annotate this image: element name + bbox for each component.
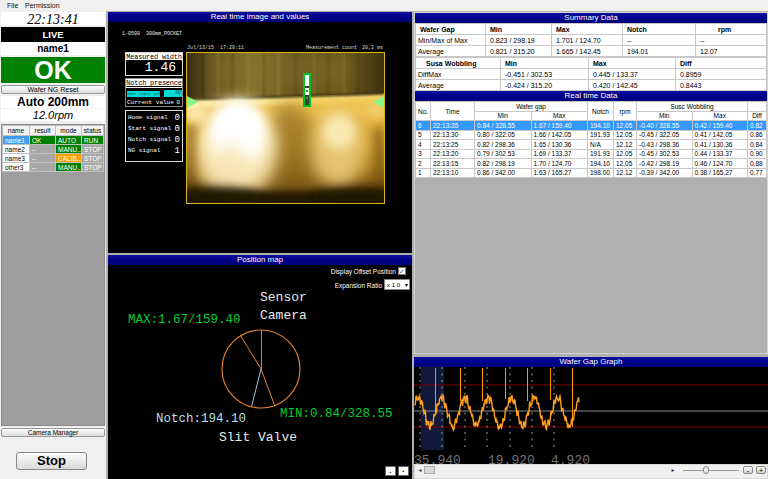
- svg-text:35.940: 35.940: [414, 453, 461, 464]
- svg-text:19.920: 19.920: [488, 453, 535, 464]
- svg-text:4.920: 4.920: [551, 453, 590, 464]
